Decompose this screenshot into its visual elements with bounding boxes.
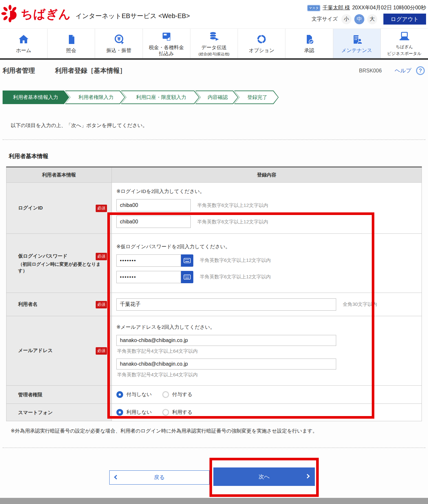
admin-yes-label[interactable]: 付与する bbox=[172, 391, 193, 398]
back-button[interactable]: 戻る bbox=[109, 470, 209, 485]
bottom-bar bbox=[0, 498, 428, 504]
row-email: メールアドレス 必須 ※メールアドレスを2回入力してください。 半角英数字記号4… bbox=[6, 316, 422, 386]
password-input-2[interactable] bbox=[116, 271, 181, 283]
document-icon bbox=[65, 33, 77, 45]
required-badge: 必須 bbox=[96, 253, 107, 260]
row-admin-rights: 管理者権限 付与しない 付与する bbox=[6, 386, 422, 404]
footnote-text: ※外為用承認実行暗証番号の設定が必要な場合、利用者のログイン時に外為用承認実行暗… bbox=[11, 428, 428, 434]
required-badge: 必須 bbox=[96, 301, 107, 308]
red-highlight-next-button: 次へ bbox=[209, 458, 319, 497]
smartphone-label: スマートフォン bbox=[18, 410, 53, 415]
table-header-row: 利用者基本情報 登録内容 bbox=[6, 167, 422, 183]
user-block: マスタ 千葉太郎 様 20XX年04月02日 10時00分00秒 文字サイズ 小… bbox=[307, 4, 426, 25]
laptop-icon bbox=[398, 30, 411, 42]
nav-item-transfer[interactable]: ¥ 振込・振替 bbox=[95, 29, 142, 58]
step-confirm: 内容確認 bbox=[195, 91, 238, 104]
nav-item-home[interactable]: ホーム bbox=[0, 29, 47, 58]
divider bbox=[3, 139, 425, 140]
divider bbox=[3, 447, 425, 448]
required-badge: 必須 bbox=[96, 347, 107, 355]
login-id-input-2[interactable] bbox=[116, 216, 191, 228]
nav-item-tax-payment[interactable]: 税金・各種料金 払込み bbox=[143, 29, 190, 58]
user-basic-info-table: 利用者基本情報 登録内容 ログインID 必須 ※ログインIDを2回入力してくださ… bbox=[6, 166, 422, 421]
step-basic-info: 利用者基本情報入力 bbox=[3, 91, 69, 104]
instruction-text: 以下の項目を入力の上、「次へ」ボタンを押してください。 bbox=[11, 122, 428, 129]
font-size-small-button[interactable]: 小 bbox=[341, 14, 351, 24]
login-id-note: ※ログインIDを2回入力してください。 bbox=[116, 188, 417, 195]
cycle-icon bbox=[256, 33, 267, 45]
nav-item-approval[interactable]: 承認 bbox=[285, 29, 333, 58]
section-title: 利用者基本情報 bbox=[9, 152, 428, 160]
help-link[interactable]: ヘルプ bbox=[395, 67, 412, 74]
page-category: 利用者管理 bbox=[3, 66, 35, 75]
master-badge: マスタ bbox=[307, 5, 320, 11]
row-temp-password: 仮ログインパスワード 必須 （初回ログイン時に変更が必要となります） ※仮ログイ… bbox=[6, 234, 422, 293]
service-name: インターネットEBサービス <Web-EB> bbox=[75, 8, 190, 20]
software-keyboard-button-2[interactable] bbox=[181, 271, 193, 283]
progress-steps: 利用者基本情報入力 利用者権限入力 利用口座・限度額入力 内容確認 登録完了 bbox=[3, 91, 428, 104]
font-size-label: 文字サイズ bbox=[312, 16, 338, 23]
approval-check-icon bbox=[303, 33, 315, 45]
login-id-label: ログインID bbox=[18, 204, 43, 211]
column-header-content: 登録内容 bbox=[112, 167, 422, 183]
bank-logo: ちばぎん インターネットEBサービス <Web-EB> bbox=[1, 5, 190, 24]
email-hint-2: 半角英数字記号4文字以上64文字以内 bbox=[117, 372, 417, 378]
screen-id: BRSK006 bbox=[359, 68, 382, 74]
row-login-id: ログインID 必須 ※ログインIDを2回入力してください。 半角英数字6文字以上… bbox=[6, 183, 422, 234]
column-header-item: 利用者基本情報 bbox=[6, 167, 112, 183]
admin-no-radio[interactable] bbox=[116, 391, 123, 398]
smartphone-no-radio[interactable] bbox=[116, 409, 123, 416]
top-header: ちばぎん インターネットEBサービス <Web-EB> マスタ 千葉太郎 様 2… bbox=[0, 0, 428, 28]
nav-item-options[interactable]: オプション bbox=[238, 29, 285, 58]
email-note: ※メールアドレスを2回入力してください。 bbox=[116, 324, 417, 331]
next-button[interactable]: 次へ bbox=[213, 467, 315, 486]
email-label: メールアドレス bbox=[18, 347, 53, 354]
chibagin-flower-icon bbox=[1, 5, 19, 24]
admin-yes-radio[interactable] bbox=[162, 391, 169, 398]
logout-button[interactable]: ログアウト bbox=[383, 14, 426, 25]
user-name-input[interactable] bbox=[116, 298, 336, 311]
chevron-left-icon bbox=[114, 475, 119, 479]
row-smartphone: スマートフォン 利用しない 利用する bbox=[6, 404, 422, 421]
smartphone-yes-label[interactable]: 利用する bbox=[172, 409, 193, 416]
password-hint-1: 半角英数字6文字以上12文字以内 bbox=[200, 257, 271, 263]
smartphone-no-label[interactable]: 利用しない bbox=[126, 409, 152, 416]
password-note: ※仮ログインパスワードを2回入力してください。 bbox=[116, 243, 417, 250]
password-label: 仮ログインパスワード bbox=[18, 252, 68, 260]
page-title: 利用者登録［基本情報］ bbox=[55, 66, 126, 75]
user-name-label: 利用者名 bbox=[18, 301, 37, 308]
password-sublabel: （初回ログイン時に変更が必要となります） bbox=[18, 261, 107, 274]
software-keyboard-button-1[interactable] bbox=[181, 254, 193, 267]
form-table-wrap: 利用者基本情報 登録内容 ログインID 必須 ※ログインIDを2回入力してくださ… bbox=[6, 166, 422, 421]
smartphone-yes-radio[interactable] bbox=[162, 409, 169, 416]
email-input-1[interactable] bbox=[116, 335, 336, 346]
login-id-hint-2: 半角英数字6文字以上12文字以内 bbox=[197, 219, 268, 225]
email-hint-1: 半角英数字記号4文字以上64文字以内 bbox=[117, 348, 417, 354]
user-name-link[interactable]: 千葉太郎 様 bbox=[323, 5, 350, 11]
maintenance-icon bbox=[351, 33, 363, 45]
help-question-icon[interactable]: ? bbox=[416, 66, 425, 75]
login-id-input-1[interactable] bbox=[116, 199, 191, 211]
chevron-right-icon bbox=[305, 474, 310, 478]
global-nav: ホーム 照会 ¥ 振込・振替 bbox=[0, 28, 428, 60]
step-accounts-limits: 利用口座・限度額入力 bbox=[121, 91, 199, 104]
step-complete: 登録完了 bbox=[234, 91, 279, 104]
font-size-medium-button[interactable]: 中 bbox=[354, 14, 364, 24]
yen-transfer-icon: ¥ bbox=[113, 33, 125, 45]
font-size-large-button[interactable]: 大 bbox=[367, 14, 377, 24]
nav-item-business-portal[interactable]: ちばぎん ビジネスポータル bbox=[380, 29, 428, 58]
nav-item-maintenance[interactable]: メンテナンス bbox=[333, 29, 380, 58]
login-datetime: 20XX年04月02日 10時00分00秒 bbox=[352, 5, 426, 11]
password-input-1[interactable] bbox=[116, 254, 181, 267]
row-user-name: 利用者名 必須 全角30文字以内 bbox=[6, 293, 422, 316]
action-buttons-row: 戻る 次へ bbox=[0, 458, 428, 497]
payment-terminal-icon bbox=[161, 30, 172, 42]
admin-no-label[interactable]: 付与しない bbox=[126, 391, 152, 398]
brand-name: ちばぎん bbox=[21, 6, 71, 22]
web-eb-page: ちばぎん インターネットEBサービス <Web-EB> マスタ 千葉太郎 様 2… bbox=[0, 0, 428, 504]
email-input-2[interactable] bbox=[116, 359, 336, 370]
database-icon bbox=[208, 30, 220, 42]
nav-item-data-transmission[interactable]: データ伝送 (総合(給与)振込他) bbox=[190, 29, 238, 58]
page-title-row: 利用者管理 利用者登録［基本情報］ BRSK006 ヘルプ ? bbox=[0, 60, 428, 78]
nav-item-inquiry[interactable]: 照会 bbox=[47, 29, 95, 58]
